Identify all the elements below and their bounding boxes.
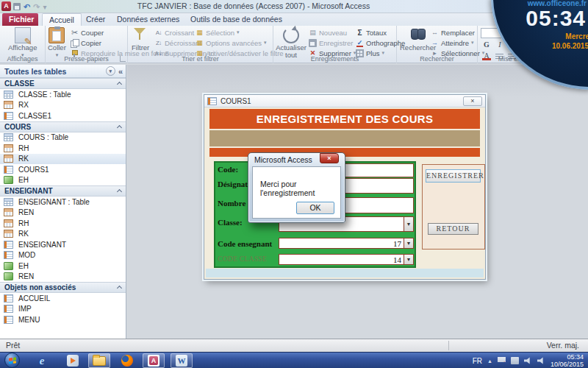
- taskbar-file-explorer[interactable]: [88, 353, 110, 368]
- taskbar-clock[interactable]: 05:34 10/06/2015: [551, 353, 584, 368]
- advanced-options-button[interactable]: Options avancées ▾: [196, 38, 267, 48]
- tab-outils-bdd[interactable]: Outils de base de données: [184, 13, 289, 26]
- sidebar-item-label: ENSEIGNANT : Table: [18, 198, 90, 206]
- sidebar-group-objets-non-associ-s[interactable]: Objets non associés: [0, 282, 126, 293]
- combo-arrow-icon[interactable]: ▼: [404, 238, 413, 248]
- navigation-pane: Toutes les tables ▾ « CLASSECLASSE : Tab…: [0, 65, 126, 339]
- shutter-bar-close-icon[interactable]: «: [118, 67, 123, 76]
- desktop-screen: A ↶ ↷ ▾ TFC JANVIER : Base de données (A…: [0, 0, 588, 368]
- new-record-button[interactable]: Nouveau: [309, 27, 347, 38]
- form-window-titlebar[interactable]: COURS1: [204, 95, 485, 107]
- language-indicator[interactable]: FR: [473, 357, 482, 365]
- enregistrer-button[interactable]: ENREGISTRER: [426, 169, 481, 183]
- nav-menu-dropdown-icon[interactable]: ▾: [106, 66, 115, 76]
- table-icon: [4, 133, 13, 141]
- sidebar-item-rh[interactable]: RH: [0, 218, 126, 229]
- tab-accueil[interactable]: Accueil: [42, 13, 82, 26]
- value-code-enseignant: 17: [393, 238, 401, 248]
- combo-arrow-icon[interactable]: ▼: [404, 255, 413, 264]
- dialog-close-button[interactable]: ×: [320, 153, 339, 163]
- taskbar-access[interactable]: A: [143, 353, 165, 368]
- sidebar-group-classe[interactable]: CLASSE: [0, 78, 126, 89]
- tab-fichier[interactable]: Fichier: [2, 13, 38, 26]
- sidebar-item-eh[interactable]: EH: [0, 261, 126, 272]
- navigation-pane-header[interactable]: Toutes les tables ▾ «: [0, 65, 126, 78]
- selection-filter-button[interactable]: Sélection ▾: [196, 27, 240, 38]
- collapse-chevron-icon[interactable]: [117, 286, 122, 291]
- sidebar-item-cours1[interactable]: COURS1: [0, 164, 126, 175]
- collapse-chevron-icon[interactable]: [117, 82, 122, 87]
- taskbar-internet-explorer[interactable]: e: [31, 353, 53, 368]
- goto-button[interactable]: Atteindre ▾: [431, 38, 474, 48]
- taskbar-media-player[interactable]: [62, 353, 84, 368]
- speaker-icon[interactable]: [537, 357, 545, 364]
- combo-code-classe[interactable]: 14 ▼: [279, 254, 414, 265]
- tab-donnees-externes[interactable]: Données externes: [110, 13, 186, 26]
- chevron-down-icon: ▾: [471, 40, 474, 46]
- combo-arrow-icon[interactable]: ▼: [404, 217, 413, 231]
- firefox-icon: [121, 355, 133, 367]
- sort-descending-button[interactable]: Z↓ Décroissant: [154, 38, 201, 48]
- cut-button[interactable]: ✂ Couper: [71, 27, 104, 38]
- sidebar-item-label: MENU: [18, 316, 40, 324]
- action-center-icon[interactable]: [498, 357, 506, 364]
- refresh-all-button[interactable]: Actualiser tout: [277, 27, 305, 59]
- paste-button[interactable]: Coller ▾: [48, 27, 66, 59]
- sidebar-item-eh[interactable]: EH: [0, 175, 126, 186]
- combo-code-enseignant[interactable]: 17 ▼: [279, 238, 414, 249]
- network-icon[interactable]: [511, 357, 519, 364]
- volume-muted-icon[interactable]: [524, 357, 532, 364]
- paste-icon: [49, 27, 65, 43]
- form2-icon: [4, 305, 13, 313]
- spell-check-icon: ✓: [356, 39, 364, 47]
- form-icon: [4, 208, 13, 216]
- sidebar-item-cours-table[interactable]: COURS : Table: [0, 132, 126, 144]
- sidebar-item-classe1[interactable]: CLASSE1: [0, 110, 126, 121]
- save-record-button[interactable]: Enregistrer: [309, 38, 353, 48]
- totals-button[interactable]: Σ Totaux: [356, 27, 387, 38]
- sidebar-item-rk[interactable]: RK: [0, 229, 126, 240]
- taskbar-firefox[interactable]: [116, 353, 138, 368]
- sigma-icon: Σ: [356, 29, 364, 37]
- sidebar-item-label: ENSEIGNANT: [18, 241, 66, 249]
- taskbar-word[interactable]: W: [171, 353, 193, 368]
- sidebar-item-accueil[interactable]: ACCUEIL: [0, 293, 126, 304]
- sidebar-item-ren[interactable]: REN: [0, 208, 126, 219]
- form-icon: [4, 101, 13, 109]
- sidebar-item-menu[interactable]: MENU: [0, 314, 126, 325]
- sidebar-item-rh[interactable]: RH: [0, 143, 126, 154]
- tab-creer[interactable]: Créer: [79, 13, 112, 26]
- sidebar-groups: CLASSECLASSE : TableRXCLASSE1COURSCOURS …: [0, 78, 126, 325]
- sidebar-item-rk[interactable]: RK: [0, 154, 126, 165]
- replace-button[interactable]: Remplacer: [431, 27, 475, 38]
- view-button[interactable]: Affichage ▾: [8, 27, 37, 59]
- sidebar-item-enseignant-table[interactable]: ENSEIGNANT : Table: [0, 197, 126, 208]
- tray-expand-icon[interactable]: ▲: [487, 358, 492, 364]
- sidebar-group-enseignant[interactable]: ENSEIGNANT: [0, 185, 126, 197]
- filter-button[interactable]: Filtrer: [132, 27, 149, 52]
- collapse-chevron-icon[interactable]: [117, 124, 122, 130]
- bold-button[interactable]: G: [482, 40, 491, 49]
- dialog-message: Merci pour l'enregistrement: [260, 180, 340, 197]
- label-code-enseignant: Code ensegnant: [218, 239, 272, 248]
- goto-arrow-icon: [431, 39, 439, 47]
- sort-ascending-button[interactable]: A↓ Croissant: [154, 27, 194, 38]
- sidebar-item-enseignant[interactable]: ENSEIGNANT: [0, 239, 126, 250]
- sidebar-item-mod[interactable]: MOD: [0, 250, 126, 261]
- collapse-chevron-icon[interactable]: [117, 189, 122, 194]
- windows-logo-icon: [9, 357, 16, 364]
- sidebar-item-imp[interactable]: IMP: [0, 304, 126, 315]
- ribbon-group-presse-papiers: Coller ▾ ✂ Couper Copier Reproduire la m…: [46, 26, 128, 63]
- sidebar-item-classe-table[interactable]: CLASSE : Table: [0, 89, 126, 100]
- form2-icon: [4, 294, 13, 302]
- start-button[interactable]: [4, 353, 20, 368]
- retour-button[interactable]: RETOUR: [428, 223, 478, 235]
- ok-button[interactable]: OK: [296, 202, 334, 214]
- sidebar-group-cours[interactable]: COURS: [0, 121, 126, 132]
- sidebar-item-rx[interactable]: RX: [0, 100, 126, 111]
- sidebar-item-ren[interactable]: REN: [0, 272, 126, 283]
- form-close-button[interactable]: ×: [463, 96, 482, 106]
- copy-button[interactable]: Copier: [71, 38, 101, 48]
- form-icon: [207, 97, 217, 105]
- macro-icon: [4, 262, 13, 270]
